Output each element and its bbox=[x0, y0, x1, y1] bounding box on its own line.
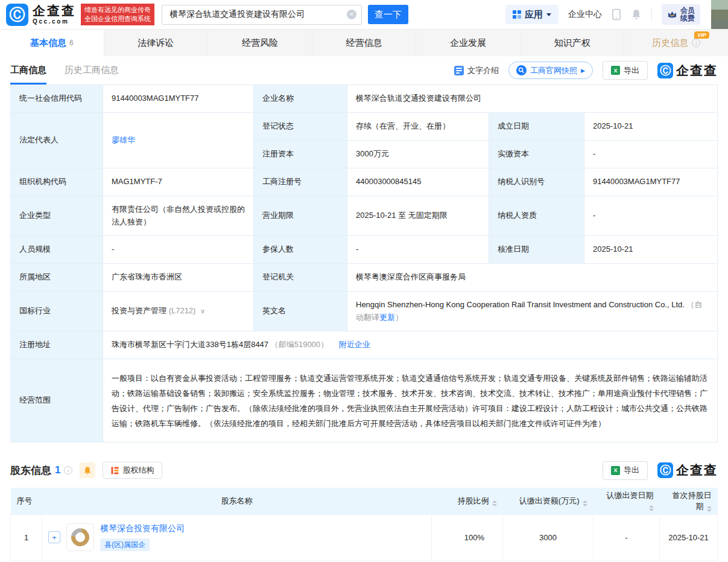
reg-no-label: 工商注册号 bbox=[254, 168, 347, 196]
subtab-history-business-info[interactable]: 历史工商信息 bbox=[65, 65, 119, 76]
company-type-value: 有限责任公司（非自然人投资或控股的法人独资） bbox=[103, 196, 254, 236]
slogan-line2: 全国企业信用查询系统 bbox=[84, 14, 151, 24]
search-input[interactable] bbox=[162, 5, 362, 25]
mobile-app-button[interactable] bbox=[612, 8, 621, 21]
search-area: ✕ bbox=[162, 5, 362, 25]
col-ratio[interactable]: 持股比例 bbox=[432, 488, 503, 514]
row-index: 1 bbox=[11, 514, 42, 560]
region-value: 广东省珠海市香洲区 bbox=[103, 264, 254, 292]
avatar[interactable] bbox=[711, 0, 728, 29]
excel-icon: X bbox=[611, 466, 620, 475]
shareholder-company-link[interactable]: 横琴深合投资有限公司 bbox=[100, 523, 185, 533]
sort-icon bbox=[649, 505, 654, 511]
info-icon: i bbox=[64, 466, 72, 474]
address-value: 珠海市横琴新区十字门大道338号1栋4层8447 （邮编519000） 附近企业 bbox=[103, 331, 718, 359]
slogan-line1: 缔造有远见的商业传奇 bbox=[84, 5, 151, 14]
col-date[interactable]: 认缴出资日期 bbox=[593, 488, 660, 514]
sub-toolbar: 工商信息 历史工商信息 文字介绍 工商官网快照 ▶ X 导出 bbox=[10, 56, 718, 85]
company-logo bbox=[66, 523, 94, 551]
tab-company-development[interactable]: 企业发展 bbox=[416, 30, 521, 56]
monitor-bell-button[interactable] bbox=[80, 462, 95, 478]
status-value: 存续（在营、开业、在册） bbox=[347, 113, 489, 141]
phone-icon bbox=[612, 8, 621, 21]
en-name-text: Hengqin Shenzhen-Hong Kong Cooperation R… bbox=[356, 300, 685, 309]
company-type-label: 企业类型 bbox=[11, 196, 103, 236]
org-code-value: MAG1MYTF-7 bbox=[103, 168, 254, 196]
text-intro-label: 文字介绍 bbox=[467, 65, 499, 76]
member-line2: 续费 bbox=[680, 14, 695, 22]
tab-history-info[interactable]: VIP 历史信息 i bbox=[624, 30, 728, 56]
subtab-business-info[interactable]: 工商信息 bbox=[10, 56, 46, 85]
shareholders-section: 股东信息 1 i 股权结构 bbox=[10, 461, 718, 561]
main-tab-bar: 基本信息 6 法律诉讼 经营风险 经营信息 企业发展 知识产权 VIP 历史信息… bbox=[0, 29, 728, 56]
tab-label: 知识产权 bbox=[554, 37, 590, 49]
approved-date-value: 2025-10-21 bbox=[584, 236, 718, 264]
apps-grid-icon bbox=[513, 10, 521, 19]
taxpayer-qual-value: - bbox=[584, 196, 718, 236]
subtab-label: 工商信息 bbox=[10, 65, 46, 76]
company-info-table: 统一社会信用代码 91440003MAG1MYTF77 企业名称 横琴深合轨道交… bbox=[10, 85, 718, 442]
enterprise-center-link[interactable]: 企业中心 bbox=[568, 9, 602, 20]
official-snapshot-button[interactable]: 工商官网快照 ▶ bbox=[508, 62, 593, 79]
tab-intellectual-property[interactable]: 知识产权 bbox=[521, 30, 625, 56]
export-label: 导出 bbox=[624, 465, 639, 476]
legal-rep-link[interactable]: 廖雄华 bbox=[112, 135, 135, 144]
tab-basic-info[interactable]: 基本信息 6 bbox=[0, 30, 104, 56]
brand-text[interactable]: 企查查 Qcc.com bbox=[33, 4, 76, 25]
equity-structure-button[interactable]: 股权结构 bbox=[103, 462, 162, 479]
tab-label: 企业发展 bbox=[450, 37, 486, 49]
chevron-down-icon bbox=[546, 13, 551, 16]
vip-badge: VIP bbox=[694, 31, 709, 39]
clear-icon[interactable]: ✕ bbox=[347, 10, 356, 19]
shareholders-table-header-row: 序号 股东名称 持股比例 认缴出资额(万元) 认缴出资日期 首次持股日期 bbox=[11, 488, 718, 514]
amount-value: 3000 bbox=[503, 514, 593, 560]
en-name-update-link[interactable]: 更新 bbox=[379, 313, 395, 322]
col-amount[interactable]: 认缴出资额(万元) bbox=[503, 488, 593, 514]
shareholder-row: 1 + 横琴深合投资有限公司 县(区)属国企 100% bbox=[11, 514, 718, 560]
en-name-value: Hengqin Shenzhen-Hong Kong Cooperation R… bbox=[347, 292, 718, 331]
slogan-banner: 缔造有远见的商业传奇 全国企业信用查询系统 bbox=[81, 4, 154, 25]
address-label: 注册地址 bbox=[11, 331, 103, 359]
notifications-button[interactable] bbox=[631, 8, 642, 21]
tab-count: 6 bbox=[69, 39, 74, 47]
authority-label: 登记机关 bbox=[254, 264, 347, 292]
paid-capital-label: 实缴资本 bbox=[489, 141, 584, 168]
term-value: 2025-10-21 至 无固定期限 bbox=[347, 196, 489, 236]
excel-icon: X bbox=[611, 66, 620, 75]
tab-label: 法律诉讼 bbox=[138, 37, 174, 49]
top-right-nav: 应用 企业中心 bbox=[505, 0, 728, 29]
col-first-date[interactable]: 首次持股日期 bbox=[660, 488, 718, 514]
nearby-companies-link[interactable]: 附近企业 bbox=[339, 340, 370, 349]
industry-code: (L7212) bbox=[169, 306, 196, 315]
state-owned-tag[interactable]: 县(区)属国企 bbox=[100, 538, 150, 551]
active-underline bbox=[10, 83, 46, 85]
tab-legal-litigation[interactable]: 法律诉讼 bbox=[104, 30, 209, 56]
export-button[interactable]: X 导出 bbox=[603, 461, 648, 480]
apps-menu-button[interactable]: 应用 bbox=[505, 5, 559, 24]
expand-button[interactable]: + bbox=[48, 531, 60, 543]
status-label: 登记状态 bbox=[254, 113, 347, 141]
company-logo-ring bbox=[68, 525, 93, 550]
industry-chevron-icon[interactable]: ∨ bbox=[200, 307, 205, 315]
approved-date-label: 核准日期 bbox=[489, 236, 584, 264]
legal-rep-value: 廖雄华 bbox=[103, 113, 254, 168]
apps-label: 应用 bbox=[525, 9, 543, 21]
member-renew-button[interactable]: 会员 续费 bbox=[662, 4, 700, 25]
credit-code-value: 91440003MAG1MYTF77 bbox=[103, 85, 254, 113]
search-button[interactable]: 查一下 bbox=[368, 5, 408, 24]
scope-label: 经营范围 bbox=[11, 359, 103, 442]
industry-name: 投资与资产管理 bbox=[112, 306, 166, 315]
export-button[interactable]: X 导出 bbox=[603, 61, 648, 80]
authority-value: 横琴粤澳深度合作区商事服务局 bbox=[347, 264, 718, 292]
insured-label: 参保人数 bbox=[254, 236, 347, 264]
staff-size-label: 人员规模 bbox=[11, 236, 103, 264]
tab-operation-risk[interactable]: 经营风险 bbox=[208, 30, 312, 56]
tab-operation-info[interactable]: 经营信息 bbox=[312, 30, 417, 56]
export-label: 导出 bbox=[624, 65, 639, 76]
equity-structure-label: 股权结构 bbox=[122, 465, 154, 476]
taxpayer-id-label: 纳税人识别号 bbox=[489, 168, 584, 196]
caret-right-icon: ▶ bbox=[581, 68, 585, 74]
text-intro-button[interactable]: 文字介绍 bbox=[454, 65, 499, 76]
qcc-logo-icon[interactable]: Ⓒ bbox=[6, 4, 28, 26]
tab-label: 历史信息 bbox=[652, 37, 688, 49]
